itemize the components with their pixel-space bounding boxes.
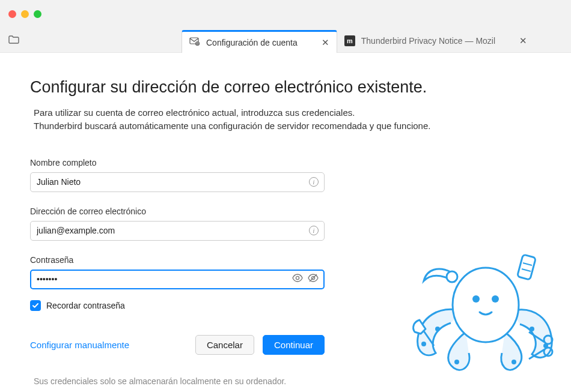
svg-point-6 [453, 268, 519, 342]
svg-point-7 [472, 295, 480, 303]
eye-slash-icon[interactable] [308, 274, 319, 285]
tab-bar: Configuración de cuenta ✕ m Thunderbird … [0, 28, 571, 53]
mozilla-favicon: m [344, 35, 355, 46]
password-label: Contraseña [30, 255, 325, 265]
continue-button[interactable]: Continuar [263, 335, 325, 355]
close-icon[interactable]: ✕ [519, 35, 527, 46]
page-subtitle: Para utilizar su cuenta de correo electr… [30, 106, 541, 133]
email-input[interactable] [30, 221, 325, 241]
svg-point-9 [421, 342, 426, 346]
svg-point-15 [447, 271, 457, 282]
svg-point-14 [511, 360, 516, 364]
tab-account-setup[interactable]: Configuración de cuenta ✕ [182, 30, 337, 53]
folder-icon[interactable] [8, 35, 19, 52]
svg-point-12 [530, 327, 534, 331]
close-icon[interactable]: ✕ [322, 37, 329, 48]
remember-password-checkbox[interactable] [30, 300, 41, 311]
window-titlebar [0, 0, 571, 28]
svg-point-1 [196, 42, 200, 46]
window-minimize-button[interactable] [21, 10, 29, 18]
eye-icon[interactable] [292, 274, 303, 285]
subtitle-line: Thunderbird buscará automáticamente una … [34, 119, 541, 133]
mail-settings-icon [189, 37, 200, 47]
configure-manually-link[interactable]: Configurar manualmente [30, 340, 129, 350]
subtitle-line: Para utilizar su cuenta de correo electr… [34, 106, 541, 119]
account-form: Nombre completo i Dirección de correo el… [30, 158, 325, 386]
tab-label: Thunderbird Privacy Notice — Mozil [361, 36, 495, 46]
info-icon[interactable]: i [309, 226, 319, 235]
tab-label: Configuración de cuenta [206, 38, 298, 47]
password-input[interactable] [30, 270, 325, 289]
svg-point-3 [296, 276, 299, 279]
svg-point-10 [435, 327, 440, 331]
remember-password-label: Recordar contraseña [46, 301, 125, 310]
svg-point-13 [454, 360, 459, 364]
tab-privacy-notice[interactable]: m Thunderbird Privacy Notice — Mozil ✕ [337, 29, 534, 52]
svg-rect-16 [517, 255, 536, 280]
info-icon[interactable]: i [309, 177, 319, 187]
credentials-notice: Sus credenciales solo se almacenarán loc… [30, 376, 325, 386]
page-title: Configurar su dirección de correo electr… [30, 78, 541, 97]
cancel-button[interactable]: Cancelar [195, 335, 254, 355]
octopus-illustration [409, 239, 559, 377]
window-close-button[interactable] [8, 10, 16, 18]
main-content: Configurar su dirección de correo electr… [0, 53, 571, 392]
svg-point-8 [492, 295, 499, 303]
window-maximize-button[interactable] [34, 10, 41, 18]
name-label: Nombre completo [30, 158, 325, 167]
email-label: Dirección de correo electrónico [30, 207, 325, 216]
name-input[interactable] [30, 172, 325, 192]
